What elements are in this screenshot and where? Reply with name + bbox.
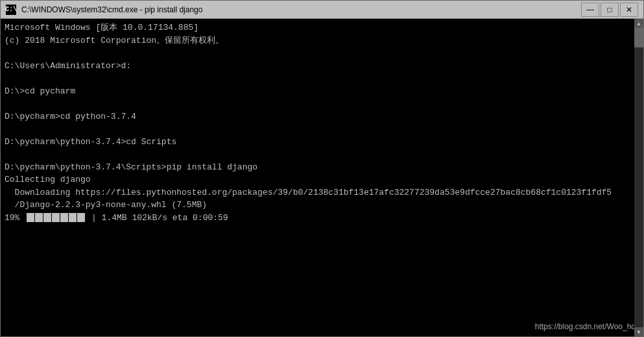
progress-block-5 (60, 213, 68, 222)
console-line-8: D:\pycharm>cd python-3.7.4 (5, 110, 639, 123)
console-line-1: Microsoft Windows [版本 10.0.17134.885] (5, 21, 639, 34)
console-line-4: C:\Users\Administrator>d: (5, 60, 639, 73)
console-line-11 (5, 148, 639, 161)
minimize-button[interactable]: — (581, 3, 599, 17)
console-line-9 (5, 123, 639, 136)
console-line-10: D:\pycharm\python-3.7.4>cd Scripts (5, 136, 639, 149)
console-line-6: D:\>cd pycharm (5, 85, 639, 98)
window-controls: — □ ✕ (581, 3, 638, 17)
progress-block-2 (35, 213, 43, 222)
scroll-thumb[interactable] (634, 28, 643, 47)
scroll-up-arrow[interactable]: ▲ (634, 19, 643, 28)
progress-block-4 (52, 213, 60, 222)
progress-block-3 (43, 213, 51, 222)
scrollbar[interactable]: ▲ ▼ (634, 19, 643, 336)
window-title: C:\WINDOWS\system32\cmd.exe - pip instal… (21, 5, 581, 14)
title-bar: C:\ C:\WINDOWS\system32\cmd.exe - pip in… (1, 1, 643, 19)
cmd-window: C:\ C:\WINDOWS\system32\cmd.exe - pip in… (0, 0, 644, 337)
console-line-7 (5, 97, 639, 110)
console-line-12: D:\pycharm\python-3.7.4\Scripts>pip inst… (5, 161, 639, 174)
progress-blocks (27, 213, 85, 222)
console-body: Microsoft Windows [版本 10.0.17134.885] (c… (1, 19, 643, 336)
window-icon: C:\ (6, 5, 16, 15)
maximize-button[interactable]: □ (601, 3, 619, 17)
console-line-2: (c) 2018 Microsoft Corporation。保留所有权利。 (5, 34, 639, 47)
scroll-down-arrow[interactable]: ▼ (634, 327, 643, 336)
console-line-13: Collecting django (5, 173, 639, 186)
progress-block-7 (77, 213, 85, 222)
progress-block-6 (69, 213, 77, 222)
progress-bar-container: 19% | 1.4MB 102kB/s eta 0:00:59 (5, 213, 639, 223)
progress-percent: 19% (5, 213, 24, 223)
close-button[interactable]: ✕ (620, 3, 638, 17)
progress-block-1 (27, 213, 34, 222)
console-line-3 (5, 47, 639, 60)
console-line-14: Downloading https://files.pythonhosted.o… (5, 186, 639, 199)
console-line-5 (5, 72, 639, 85)
console-line-15: /Django-2.2.3-py3-none-any.whl (7.5MB) (5, 199, 639, 212)
progress-info: | 1.4MB 102kB/s eta 0:00:59 (91, 213, 228, 223)
watermark: https://blog.csdn.net/Woo_hor (535, 322, 638, 331)
